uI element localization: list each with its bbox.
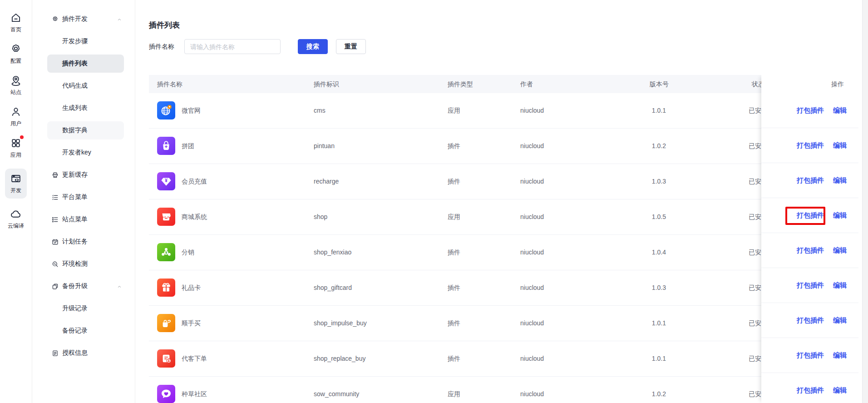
plugin-author: niucloud [520,199,544,234]
plugin-version: 1.0.4 [603,235,666,270]
handbag-icon [157,314,175,332]
plugin-author: niucloud [520,235,544,270]
chevron-up-icon[interactable] [117,16,122,22]
package-plugin-link[interactable]: 打包插件 [797,316,824,325]
sidebar-item-更新缓存[interactable]: 更新缓存 [47,166,124,184]
list-ticks-icon [51,194,59,201]
plugin-version: 1.0.1 [603,93,666,128]
search-button[interactable]: 搜索 [298,39,328,54]
plugin-identifier: shop [314,199,327,234]
edit-link[interactable]: 编辑 [833,281,847,290]
store-icon [157,208,175,226]
location-icon [10,75,22,86]
edit-link[interactable]: 编辑 [833,316,847,325]
plugin-name: 拼团 [182,129,194,164]
sidebar-item-升级记录[interactable]: 升级记录 [47,299,124,318]
plugin-type: 应用 [448,199,460,234]
package-plugin-link[interactable]: 打包插件 [797,141,824,150]
cloud-icon [10,208,22,220]
page-title: 插件列表 [149,20,180,30]
package-plugin-link[interactable]: 打包插件 [797,106,824,115]
primary-nav-user[interactable]: 用户 [10,106,22,128]
app-root: 首页配置站点用户应用开发云编译 插件开发开发步骤插件列表代码生成生成列表数据字典… [0,0,868,403]
sidebar-item-label: 平台菜单 [62,193,88,201]
plugin-identifier: shop_impulse_buy [314,306,367,341]
plugin-type: 插件 [448,270,460,305]
package-plugin-link[interactable]: 打包插件 [797,246,824,255]
sidebar-item-授权信息[interactable]: 授权信息 [47,344,124,362]
sidebar-item-开发步骤[interactable]: 开发步骤 [47,32,124,50]
main-content: 插件列表 插件名称 搜索 重置 插件名称 插件标识 插件类型 作者 版本号 状态… [136,0,868,403]
plugin-identifier: shop_fenxiao [314,235,351,270]
sidebar-item-label: 环境检测 [62,260,88,268]
plugin-type: 应用 [448,93,460,128]
sidebar-item-平台菜单[interactable]: 平台菜单 [47,188,124,206]
plugin-version: 1.0.2 [603,377,666,403]
row-actions: 打包插件编辑 [761,198,858,233]
sidebar-item-生成列表[interactable]: 生成列表 [47,99,124,117]
sidebar-item-label: 升级记录 [62,304,88,313]
sidebar-item-代码生成[interactable]: 代码生成 [47,77,124,95]
sidebar-item-插件开发[interactable]: 插件开发 [47,10,124,28]
primary-nav-apps[interactable]: 应用 [10,137,22,159]
primary-nav-label: 应用 [10,151,21,159]
package-plugin-link[interactable]: 打包插件 [797,351,824,360]
row-actions: 打包插件编辑 [761,128,858,163]
col-version: 版本号 [603,75,669,93]
plugin-name: 会员充值 [182,164,207,199]
plugin-name-input[interactable] [184,39,281,54]
edit-link[interactable]: 编辑 [833,211,847,220]
plugin-table: 插件名称 插件标识 插件类型 作者 版本号 状态 微官网cms应用niuclou… [149,75,858,403]
edit-link[interactable]: 编辑 [833,176,847,185]
sidebar-item-开发者key[interactable]: 开发者key [47,144,124,162]
primary-nav-gear[interactable]: 配置 [10,43,22,65]
primary-nav-cloud[interactable]: 云编译 [8,208,24,230]
primary-nav-location[interactable]: 站点 [10,75,22,96]
sidebar-item-备份升级[interactable]: 备份升级 [47,277,124,295]
sidebar-item-计划任务[interactable]: 计划任务 [47,233,124,251]
edit-link[interactable]: 编辑 [833,386,847,395]
table-header: 插件名称 插件标识 插件类型 作者 版本号 状态 [149,75,858,93]
sidebar-item-备份记录[interactable]: 备份记录 [47,322,124,340]
sidebar-item-label: 生成列表 [62,104,88,112]
reset-button[interactable]: 重置 [336,39,366,54]
row-actions: 打包插件编辑 [761,233,858,268]
plugin-version: 1.0.1 [603,341,666,376]
plugin-icon [51,15,59,23]
table-row: 微官网cms应用niucloud1.0.1已安装 [149,93,858,129]
row-actions: 打包插件编辑 [761,303,858,338]
user-icon [10,106,22,118]
action-column-body: 打包插件编辑打包插件编辑打包插件编辑打包插件编辑打包插件编辑打包插件编辑打包插件… [761,93,858,403]
sidebar-item-站点菜单[interactable]: 站点菜单 [47,210,124,229]
plugin-version: 1.0.5 [603,199,666,234]
fixed-action-column: 操作 打包插件编辑打包插件编辑打包插件编辑打包插件编辑打包插件编辑打包插件编辑打… [761,75,858,403]
plugin-author: niucloud [520,341,544,376]
plugin-name: 顺手买 [182,306,201,341]
plugin-identifier: recharge [314,164,339,199]
copy-icon [51,283,59,290]
package-plugin-link[interactable]: 打包插件 [797,176,824,185]
sidebar-item-插件列表[interactable]: 插件列表 [47,55,124,73]
primary-nav-dev[interactable]: 开发 [5,169,27,199]
sidebar-item-环境检测[interactable]: 环境检测 [47,255,124,273]
package-plugin-link[interactable]: 打包插件 [797,211,824,220]
plugin-type: 插件 [448,306,460,341]
edit-link[interactable]: 编辑 [833,351,847,360]
plugin-identifier: pintuan [314,129,335,164]
vertical-scrollbar[interactable] [862,0,868,403]
plugin-type: 插件 [448,235,460,270]
plugin-name: 微官网 [182,93,201,128]
package-plugin-link[interactable]: 打包插件 [797,386,824,395]
edit-link[interactable]: 编辑 [833,141,847,150]
package-plugin-link[interactable]: 打包插件 [797,281,824,290]
table-row: 代客下单shop_replace_buy插件niucloud1.0.1已安装 [149,341,858,377]
sidebar-item-label: 更新缓存 [62,171,88,179]
edit-link[interactable]: 编辑 [833,246,847,255]
primary-nav-home[interactable]: 首页 [10,12,22,34]
chevron-up-icon[interactable] [117,284,122,289]
sidebar-item-label: 开发步骤 [62,37,88,45]
sidebar-item-数据字典[interactable]: 数据字典 [47,121,124,139]
edit-link[interactable]: 编辑 [833,106,847,115]
primary-nav-label: 云编译 [8,222,24,230]
secondary-sidebar: 插件开发开发步骤插件列表代码生成生成列表数据字典开发者key更新缓存平台菜单站点… [33,0,135,403]
